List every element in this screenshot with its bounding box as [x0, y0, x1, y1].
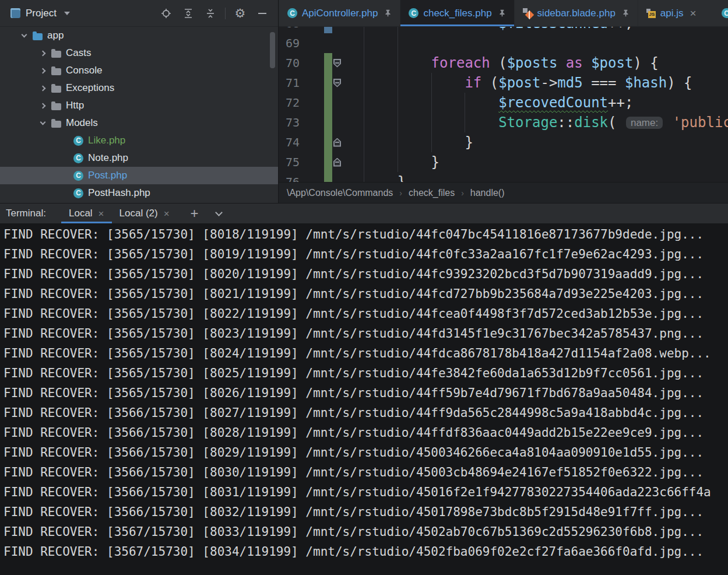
breadcrumb-item-handle[interactable]: handle() [470, 188, 505, 198]
close-icon[interactable] [164, 209, 170, 219]
code-text: } [346, 154, 439, 170]
line-number: 72 [279, 96, 300, 110]
editor-tab-sidebar-blade-php[interactable]: sidebar.blade.php [514, 0, 638, 26]
code-editor[interactable]: 68 $filesScanned++;6970 foreach ($posts … [279, 27, 728, 182]
breadcrumb-item-app-console-commands[interactable]: \App\Console\Commands [287, 188, 393, 198]
tree-item-note-php[interactable]: Note.php [0, 149, 278, 167]
chevron-down-icon[interactable] [40, 120, 45, 125]
fold-column [332, 138, 346, 147]
token-ind [364, 55, 431, 71]
editor-tab-check-files-php[interactable]: check_files.php [400, 0, 514, 26]
chevron-right-icon[interactable] [40, 50, 45, 56]
gear-icon: ⚙ [235, 7, 246, 19]
fold-start-icon[interactable] [333, 59, 341, 68]
folder-icon [33, 33, 43, 40]
tree-item-app[interactable]: app [0, 27, 278, 44]
pin-icon[interactable] [498, 9, 506, 17]
collapse-all-button[interactable] [203, 6, 218, 21]
chevron-right-icon[interactable] [40, 103, 45, 108]
vcs-added-marker [324, 172, 332, 182]
close-icon[interactable] [99, 209, 104, 219]
project-tree: appCastsConsoleExceptionsHttpModelsLike.… [0, 27, 278, 203]
tool-window-switcher[interactable]: Project [7, 5, 73, 22]
terminal-output[interactable]: FIND RECOVER: [3565/15730] [8018/119199]… [0, 223, 728, 575]
settings-button[interactable]: ⚙ [233, 6, 248, 21]
tree-item-label: Http [66, 100, 84, 111]
clipped-line-above: 68 $filesScanned++; [279, 27, 728, 33]
token-cls: disk [574, 114, 608, 131]
terminal-line: FIND RECOVER: [3565/15730] [8026/119199]… [3, 383, 728, 403]
line-number: 68 [279, 27, 300, 30]
tree-item-console[interactable]: Console [0, 62, 278, 79]
pin-icon[interactable] [622, 9, 629, 17]
tree-item-casts[interactable]: Casts [0, 44, 278, 62]
parameter-hint: name: [626, 117, 663, 129]
token-ind [364, 27, 498, 31]
tree-item-exceptions[interactable]: Exceptions [0, 79, 278, 97]
token-varsq: $recovedCount [498, 94, 608, 111]
token-ind [364, 154, 431, 170]
hide-panel-button[interactable] [255, 6, 270, 21]
token-kw: as [557, 55, 591, 71]
terminal-tab-local-2[interactable]: Local (2) [112, 204, 177, 223]
token-pl: ( [490, 55, 507, 71]
editor-line-72: 72 $recovedCount++; [279, 93, 728, 113]
pin-icon[interactable] [384, 9, 392, 17]
locate-icon [160, 8, 172, 19]
line-number: 73 [279, 115, 300, 129]
chevron-down-icon[interactable] [21, 32, 27, 38]
terminal-label: Terminal: [6, 208, 46, 219]
editor-line-75: 75 } [279, 152, 728, 172]
token-pl: ++; [608, 27, 633, 31]
editor-tab-partial[interactable] [719, 0, 728, 26]
token-pl: :: [557, 114, 574, 131]
tree-item-post-php[interactable]: Post.php [0, 167, 278, 184]
tree-item-posthash-php[interactable]: PostHash.php [0, 184, 278, 202]
tree-item-label: Like.php [88, 135, 125, 146]
terminal-tab-local[interactable]: Local [61, 204, 112, 223]
terminal-line: FIND RECOVER: [3565/15730] [8021/119199]… [3, 284, 728, 304]
terminal-tabs-dropdown-button[interactable] [212, 206, 226, 220]
token-pl [664, 114, 672, 131]
chevron-right-icon[interactable] [40, 85, 45, 91]
token-var: $post [591, 55, 633, 71]
fold-start-icon[interactable] [333, 79, 341, 87]
terminal-tool-bar: Terminal: LocalLocal (2) [0, 203, 728, 223]
project-tree-scrollbar[interactable] [270, 32, 275, 68]
token-pl: } [398, 174, 406, 182]
tree-chevron-slot [34, 86, 51, 90]
tree-item-label: Models [66, 117, 98, 129]
top-area: Project [0, 0, 728, 203]
token-var: $hash [625, 75, 667, 91]
editor-tab-api-js[interactable]: api.js [638, 0, 705, 26]
line-number: 75 [279, 155, 300, 169]
toolbar-divider [225, 8, 226, 19]
tree-item-models[interactable]: Models [0, 114, 278, 132]
fold-end-icon[interactable] [333, 138, 341, 147]
tree-item-http[interactable]: Http [0, 97, 278, 114]
terminal-line: FIND RECOVER: [3566/15730] [8031/119199]… [3, 482, 728, 502]
close-icon[interactable] [690, 8, 697, 19]
php-class-icon [73, 136, 83, 146]
fold-column [332, 79, 346, 87]
new-terminal-tab-button[interactable] [188, 206, 202, 220]
chevron-right-icon[interactable] [40, 68, 45, 73]
locate-file-button[interactable] [159, 6, 174, 21]
code-text: if ($post->md5 === $hash) { [346, 75, 692, 91]
js-file-icon [646, 9, 656, 18]
folder-icon [51, 51, 61, 58]
vcs-added-marker [324, 93, 332, 113]
breadcrumb-item-check-files[interactable]: check_files [409, 188, 455, 198]
editor-tab-apicontroller-php[interactable]: ApiController.php [279, 0, 400, 26]
terminal-line: FIND RECOVER: [3567/15730] [8034/119199]… [3, 542, 728, 562]
code-text: } [346, 134, 473, 150]
expand-all-button[interactable] [181, 6, 196, 21]
terminal-line: FIND RECOVER: [3565/15730] [8020/119199]… [3, 264, 728, 284]
tree-chevron-slot [15, 34, 33, 37]
fold-end-icon[interactable] [333, 158, 341, 167]
terminal-line: FIND RECOVER: [3566/15730] [8032/119199]… [3, 502, 728, 522]
tree-chevron-slot [34, 51, 51, 55]
terminal-line: FIND RECOVER: [3565/15730] [8024/119199]… [3, 343, 728, 363]
tree-item-label: Console [66, 65, 102, 76]
tree-item-like-php[interactable]: Like.php [0, 132, 278, 149]
